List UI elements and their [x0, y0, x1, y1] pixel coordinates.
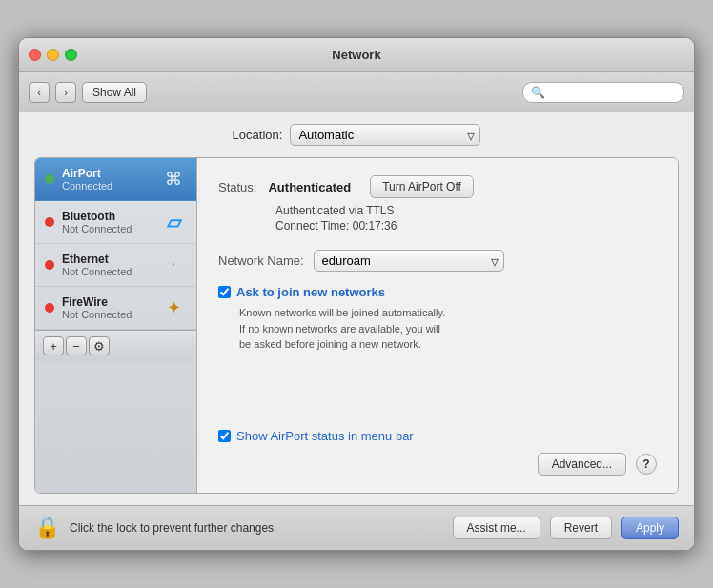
auth-line2: Connect Time: 00:17:36	[275, 219, 657, 233]
ask-join-checkbox[interactable]	[218, 286, 231, 298]
sidebar-item-bluetooth[interactable]: Bluetooth Not Connected ▱	[35, 201, 196, 244]
sidebar: AirPort Connected ⌘ Bluetooth Not Connec…	[35, 158, 197, 493]
forward-button[interactable]: ›	[55, 82, 76, 103]
network-name-row: Network Name: eduroam ▿	[218, 250, 657, 272]
ethernet-status: Not Connected	[62, 266, 153, 277]
join-info-text: Known networks will be joined automatica…	[239, 305, 525, 353]
show-airport-checkbox[interactable]	[218, 430, 231, 442]
network-options-button[interactable]: ⚙	[89, 336, 110, 355]
show-status-label: Show AirPort status in menu bar	[236, 429, 414, 443]
airport-status-dot	[45, 174, 54, 184]
advanced-button[interactable]: Advanced...	[538, 453, 626, 476]
search-input[interactable]	[549, 86, 676, 99]
bottom-actions: Advanced... ?	[218, 453, 657, 476]
apply-button[interactable]: Apply	[621, 517, 679, 539]
close-button[interactable]	[29, 49, 41, 61]
sidebar-list: AirPort Connected ⌘ Bluetooth Not Connec…	[35, 158, 196, 330]
ask-join-label: Ask to join new networks	[236, 285, 385, 299]
bluetooth-icon: ▱	[160, 209, 187, 235]
main-panel: AirPort Connected ⌘ Bluetooth Not Connec…	[34, 157, 679, 494]
detail-content: Status: Authenticated Turn AirPort Off A…	[218, 175, 657, 476]
firewire-icon: ✦	[160, 294, 187, 321]
location-select[interactable]: Automatic	[290, 124, 480, 146]
assist-me-button[interactable]: Assist me...	[453, 517, 540, 539]
bluetooth-name: Bluetooth	[62, 210, 153, 223]
ask-join-row: Ask to join new networks	[218, 285, 657, 299]
ethernet-name: Ethernet	[62, 253, 153, 266]
show-all-button[interactable]: Show All	[82, 82, 147, 103]
airport-text: AirPort Connected	[62, 167, 153, 192]
sidebar-actions: + − ⚙	[35, 330, 196, 361]
back-button[interactable]: ‹	[29, 82, 50, 103]
location-row: Location: Automatic ▿	[34, 124, 679, 146]
search-icon: 🔍	[531, 86, 545, 99]
show-status-row: Show AirPort status in menu bar	[218, 429, 657, 443]
network-name-select[interactable]: eduroam	[314, 250, 504, 272]
network-name-label: Network Name:	[218, 253, 304, 268]
status-value: Authenticated	[268, 180, 351, 194]
firewire-status: Not Connected	[62, 309, 153, 320]
help-button[interactable]: ?	[636, 454, 657, 475]
location-select-wrapper: Automatic ▿	[290, 124, 480, 146]
toolbar: ‹ › Show All 🔍	[19, 72, 694, 112]
window-title: Network	[332, 48, 380, 62]
status-label: Status:	[218, 180, 256, 194]
sidebar-item-ethernet[interactable]: Ethernet Not Connected ‧	[35, 244, 196, 287]
ethernet-text: Ethernet Not Connected	[62, 253, 153, 277]
turn-airport-off-button[interactable]: Turn AirPort Off	[370, 175, 474, 198]
window-footer: 🔒 Click the lock to prevent further chan…	[19, 505, 694, 550]
status-row: Status: Authenticated Turn AirPort Off	[218, 175, 657, 198]
add-network-button[interactable]: +	[43, 336, 64, 355]
location-label: Location:	[233, 128, 283, 142]
airport-name: AirPort	[62, 167, 153, 180]
ethernet-status-dot	[45, 260, 54, 270]
bluetooth-status-dot	[45, 217, 54, 227]
bluetooth-text: Bluetooth Not Connected	[62, 210, 153, 234]
firewire-text: FireWire Not Connected	[62, 295, 153, 320]
remove-network-button[interactable]: −	[66, 336, 87, 355]
content-area: Location: Automatic ▿ AirPort Conne	[19, 112, 694, 505]
search-box[interactable]: 🔍	[522, 82, 684, 103]
network-window: Network ‹ › Show All 🔍 Location: Automat…	[18, 37, 695, 551]
titlebar: Network	[19, 38, 694, 72]
lock-text: Click the lock to prevent further change…	[70, 521, 443, 535]
lock-icon[interactable]: 🔒	[34, 516, 60, 540]
traffic-lights	[29, 49, 77, 61]
firewire-status-dot	[45, 303, 54, 313]
minimize-button[interactable]	[47, 49, 59, 61]
ethernet-icon: ‧	[160, 252, 187, 278]
bluetooth-status: Not Connected	[62, 223, 153, 234]
auth-line1: Authenticated via TTLS	[275, 204, 657, 217]
sidebar-item-firewire[interactable]: FireWire Not Connected ✦	[35, 287, 196, 330]
maximize-button[interactable]	[65, 49, 77, 61]
revert-button[interactable]: Revert	[550, 517, 612, 539]
detail-panel: Status: Authenticated Turn AirPort Off A…	[197, 158, 678, 493]
airport-status: Connected	[62, 180, 153, 192]
sidebar-item-airport[interactable]: AirPort Connected ⌘	[35, 158, 196, 201]
network-select-wrapper: eduroam ▿	[314, 250, 504, 272]
firewire-name: FireWire	[62, 295, 153, 309]
wifi-icon: ⌘	[160, 166, 187, 193]
